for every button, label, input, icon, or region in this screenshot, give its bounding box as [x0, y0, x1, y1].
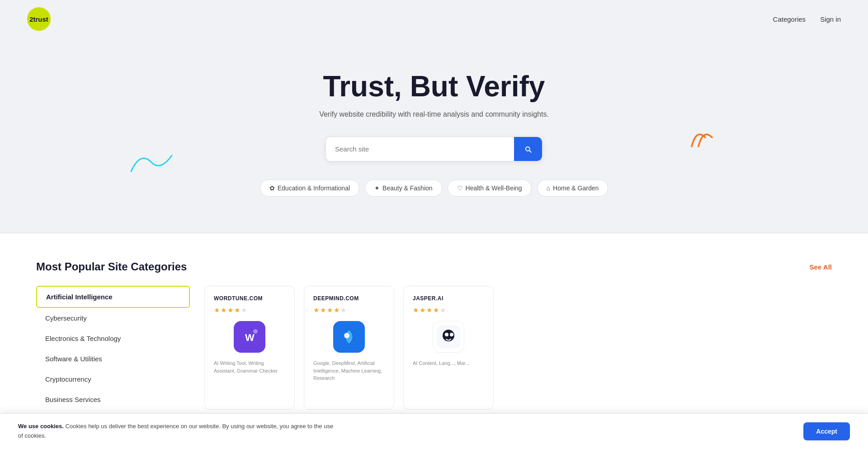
cookie-banner: We use cookies. Cookies help us deliver …	[0, 413, 868, 446]
hero-section: Trust, But Verify Verify website credibi…	[0, 38, 868, 233]
card-tags-jasper: AI Content, Lang..., Mar...	[413, 359, 484, 367]
logo-text: 2trust	[29, 15, 48, 23]
section-title: Most Popular Site Categories	[36, 260, 187, 273]
svg-point-4	[344, 333, 349, 338]
hero-title: Trust, But Verify	[323, 70, 545, 103]
pill-health-label: Health & Well-Being	[466, 184, 522, 192]
accept-button[interactable]: Accept	[803, 422, 850, 440]
site-card-wordtune[interactable]: WORDTUNE.COM ★ ★ ★ ★ ★ W	[204, 286, 295, 410]
nav-signin-link[interactable]: Sign in	[820, 15, 841, 23]
svg-point-7	[445, 333, 448, 336]
section-header: Most Popular Site Categories See All	[36, 260, 832, 273]
search-bar	[326, 137, 542, 161]
search-icon	[524, 145, 532, 153]
pill-beauty-label: Beauty & Fashion	[382, 184, 433, 192]
pill-education[interactable]: ✿ Education & Informational	[260, 180, 359, 197]
cat-item-crypto[interactable]: Cryptocurrency	[36, 369, 190, 389]
home-icon: ⌂	[547, 184, 550, 192]
beauty-icon: ✦	[374, 184, 380, 192]
card-stars-wordtune: ★ ★ ★ ★ ★	[214, 306, 285, 314]
cat-item-business[interactable]: Business Services	[36, 389, 190, 410]
card-tags-wordtune: AI Writing Tool, Writing Assistant, Gram…	[214, 359, 285, 374]
cards-row: WORDTUNE.COM ★ ★ ★ ★ ★ W	[204, 286, 832, 410]
pill-home-label: Home & Garden	[553, 184, 599, 192]
hero-subtitle: Verify website credibility with real-tim…	[319, 110, 549, 118]
card-domain-wordtune: WORDTUNE.COM	[214, 295, 285, 302]
cookie-rest: Cookies help us deliver the best experie…	[18, 423, 333, 439]
svg-point-2	[253, 329, 258, 334]
deco-left-icon	[127, 147, 176, 180]
logo[interactable]: 2trust	[27, 7, 51, 31]
card-stars-deepmind: ★ ★ ★ ★ ★	[313, 306, 385, 314]
deco-right-icon	[683, 124, 714, 153]
see-all-link[interactable]: See All	[810, 263, 832, 271]
cat-item-cybersecurity[interactable]: Cybersecurity	[36, 308, 190, 328]
card-logo-deepmind	[313, 319, 385, 355]
search-input[interactable]	[326, 137, 514, 161]
svg-text:W: W	[245, 331, 255, 343]
card-domain-jasper: JASPER.AI	[413, 295, 484, 302]
category-pills: ✿ Education & Informational ✦ Beauty & F…	[260, 180, 609, 197]
wordtune-logo-svg: W	[240, 327, 260, 347]
health-icon: ♡	[457, 184, 463, 192]
site-card-deepmind[interactable]: DEEPMIND.COM ★ ★ ★ ★ ★	[304, 286, 394, 410]
content-row: Artificial Intelligence Cybersecurity El…	[36, 286, 832, 410]
education-icon: ✿	[269, 184, 275, 192]
site-card-jasper[interactable]: JASPER.AI ★ ★ ★ ★ ★	[403, 286, 494, 410]
pill-education-label: Education & Informational	[278, 184, 350, 192]
nav-categories-link[interactable]: Categories	[773, 15, 806, 23]
cat-item-electronics[interactable]: Electronics & Technology	[36, 328, 190, 349]
card-tags-deepmind: Google, DeepMind, Artificial Intelligenc…	[313, 359, 385, 382]
jasper-logo-svg	[437, 326, 460, 348]
cat-item-software[interactable]: Software & Utilities	[36, 349, 190, 369]
nav-links: Categories Sign in	[773, 15, 841, 23]
deepmind-logo-svg	[338, 326, 360, 348]
navbar: 2trust Categories Sign in	[0, 0, 868, 38]
pill-home[interactable]: ⌂ Home & Garden	[537, 180, 609, 197]
pill-health[interactable]: ♡ Health & Well-Being	[448, 180, 532, 197]
card-domain-deepmind: DEEPMIND.COM	[313, 295, 385, 302]
search-button[interactable]	[514, 137, 542, 161]
card-logo-wordtune: W	[214, 319, 285, 355]
cat-item-ai[interactable]: Artificial Intelligence	[36, 286, 190, 308]
pill-beauty[interactable]: ✦ Beauty & Fashion	[365, 180, 442, 197]
card-logo-jasper	[413, 319, 484, 355]
svg-point-8	[450, 333, 453, 336]
cookie-bold: We use cookies.	[18, 423, 64, 430]
cookie-text: We use cookies. Cookies help us deliver …	[18, 422, 335, 441]
card-stars-jasper: ★ ★ ★ ★ ★	[413, 306, 484, 314]
logo-circle: 2trust	[27, 7, 51, 31]
category-list: Artificial Intelligence Cybersecurity El…	[36, 286, 190, 410]
